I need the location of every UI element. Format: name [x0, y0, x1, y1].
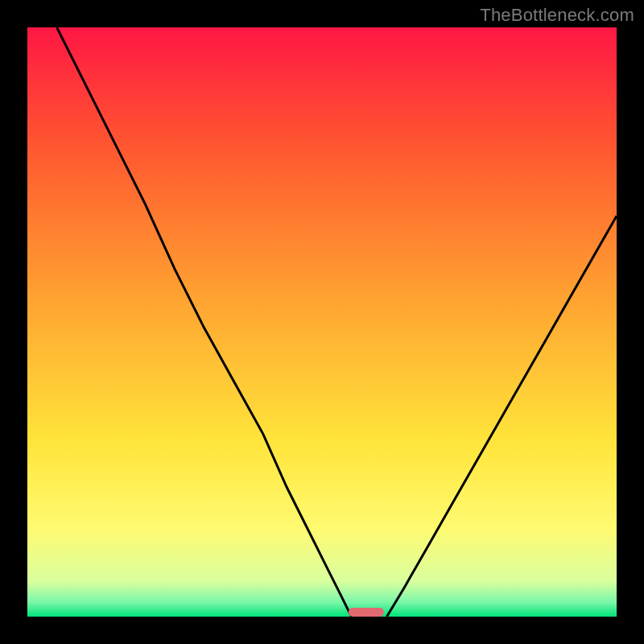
plot-area — [27, 27, 617, 617]
watermark-text: TheBottleneck.com — [480, 5, 634, 26]
highlight-marker — [349, 608, 384, 617]
chart-container: TheBottleneck.com — [0, 0, 644, 644]
gradient-background — [27, 27, 617, 617]
